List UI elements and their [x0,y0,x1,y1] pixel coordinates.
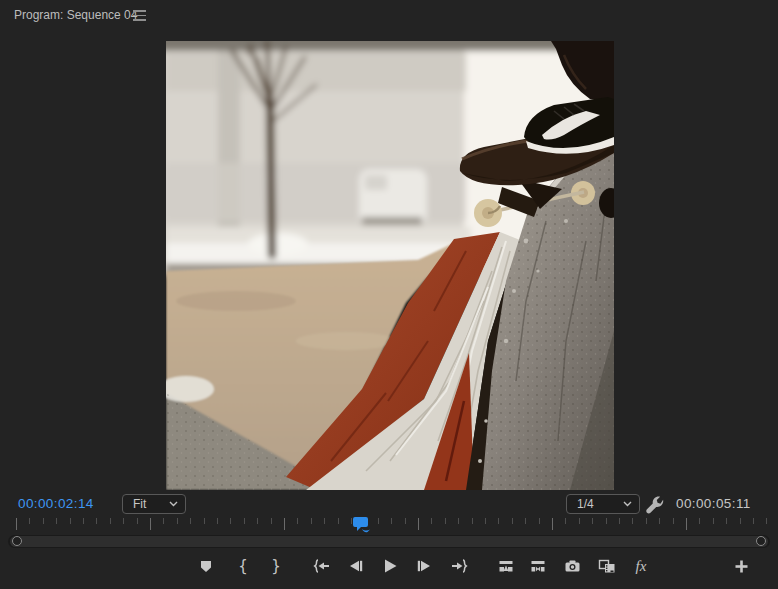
chevron-down-icon [169,501,178,507]
playhead-handle[interactable] [352,516,372,534]
current-timecode[interactable]: 00:00:02:14 [18,494,94,514]
zoom-scroll-track[interactable] [8,535,770,548]
settings-button[interactable] [643,492,665,514]
zoom-level-select[interactable]: Fit [122,494,186,514]
hamburger-icon [133,19,146,21]
transport-bar: { } [0,551,778,583]
mark-out-icon: } [271,551,281,581]
program-monitor-panel: Program: Sequence 04 [0,0,778,589]
go-to-out-button[interactable] [447,551,473,581]
lift-icon [498,558,514,574]
hamburger-icon [133,10,146,12]
mark-in-button[interactable]: { [230,551,256,581]
playback-resolution-select[interactable]: 1/4 [566,494,640,514]
time-ruler[interactable] [10,517,768,533]
export-frame-button[interactable] [559,551,585,581]
playback-resolution-value: 1/4 [577,497,594,511]
step-forward-button[interactable] [411,551,437,581]
plus-icon [734,559,749,574]
step-back-button[interactable] [343,551,369,581]
export-frame-icon [564,558,581,574]
go-to-in-icon [312,558,330,574]
video-preview[interactable] [166,41,614,490]
mark-in-icon: { [238,551,248,581]
play-button[interactable] [377,551,403,581]
button-editor-button[interactable] [728,551,754,581]
go-to-in-button[interactable] [308,551,334,581]
extract-button[interactable] [525,551,551,581]
duration-timecode: 00:00:05:11 [676,494,751,514]
extract-icon [530,558,546,574]
fx-icon: fx [636,558,647,575]
zoom-scroll-left-handle[interactable] [12,536,22,546]
wrench-icon [643,492,665,514]
step-back-icon [348,558,364,574]
zoom-scroll-right-handle[interactable] [756,536,766,546]
panel-menu-button[interactable] [130,7,150,25]
fx-button[interactable]: fx [628,551,654,581]
zoom-scroll-bar[interactable] [10,536,768,547]
hamburger-icon [133,15,146,17]
lift-button[interactable] [493,551,519,581]
comparison-view-button[interactable] [594,551,620,581]
mark-out-button[interactable]: } [263,551,289,581]
zoom-level-value: Fit [133,497,146,511]
add-marker-icon [198,558,214,574]
step-forward-icon [416,558,432,574]
comparison-view-icon [598,558,616,575]
play-icon [382,558,398,574]
panel-title: Program: Sequence 04 [14,8,137,22]
go-to-out-icon [451,558,469,574]
chevron-down-icon [623,501,632,507]
video-frame-art [166,41,614,490]
panel-header: Program: Sequence 04 [0,0,778,30]
add-marker-button[interactable] [193,551,219,581]
